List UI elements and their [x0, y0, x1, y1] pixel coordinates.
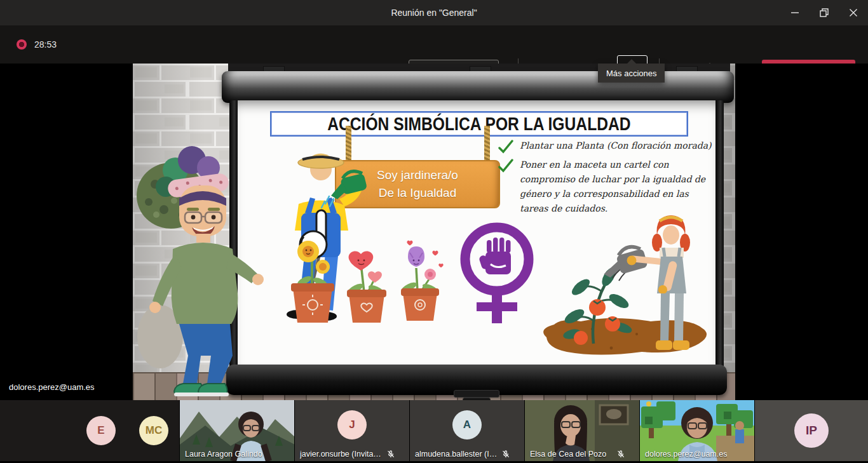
mic-muted-icon: [501, 450, 510, 459]
avatar: MC: [139, 416, 168, 445]
mic-muted-icon: [386, 450, 395, 459]
shared-screen-video[interactable]: ACCIÓN SIMBÓLICA POR LA IGUALDAD Soy jar…: [133, 64, 735, 400]
participant-name: dolores.perez@uam.es: [645, 450, 727, 459]
participant-name: javier.onsurbe (Invitado): [300, 450, 383, 459]
avatar-initials: J: [349, 419, 355, 431]
slide-title: ACCIÓN SIMBÓLICA POR LA IGUALDAD: [327, 114, 630, 135]
meeting-toolbar: 28:53 Solicitar control: [0, 25, 868, 64]
minimize-icon: [788, 6, 802, 20]
close-button[interactable]: [839, 0, 868, 25]
participant-tile-javier[interactable]: J javier.onsurbe (Invitado): [295, 400, 410, 461]
sign-line-2: De la Igualdad: [379, 184, 457, 203]
avatar-initials: MC: [146, 424, 162, 437]
participant-tile-almudena[interactable]: A almudena.ballester (In...: [410, 400, 525, 461]
slide-title-box: ACCIÓN SIMBÓLICA POR LA IGUALDAD: [270, 111, 688, 137]
avatar-initials: A: [463, 419, 471, 431]
participant-tile-ip[interactable]: IP: [755, 400, 868, 461]
teams-meeting-window: Reunión en "General" 28:53 Solicitar con…: [0, 0, 868, 463]
participant-tile-dolores[interactable]: dolores.perez@uam.es: [640, 400, 755, 461]
feminist-symbol: [454, 220, 540, 329]
flower-pots-illustration: [285, 227, 447, 332]
checkmark-icon: [498, 159, 513, 173]
meeting-timer: 28:53: [34, 39, 57, 50]
checkmark-icon: [498, 140, 513, 154]
avatar: IP: [794, 413, 829, 448]
participants-filmstrip: E MC Laura Aragon Galindo: [0, 400, 868, 461]
participant-tile-laura[interactable]: Laura Aragon Galindo: [180, 400, 295, 461]
maximize-button[interactable]: [810, 0, 839, 25]
presenter-label: dolores.perez@uam.es: [9, 382, 95, 392]
avatar: A: [452, 410, 482, 440]
recording-indicator: 28:53: [17, 25, 57, 64]
window-titlebar: Reunión en "General": [0, 0, 868, 25]
avatar-initials: IP: [806, 424, 817, 438]
avatar-initials: E: [97, 424, 104, 437]
meeting-stage: ACCIÓN SIMBÓLICA POR LA IGUALDAD Soy jar…: [0, 64, 868, 400]
presenter-avatar-illustration: [136, 146, 271, 400]
participant-name: almudena.ballester (In...: [415, 450, 498, 459]
sign-line-1: Soy jardinera/o: [377, 166, 458, 185]
minimize-button[interactable]: [780, 0, 810, 25]
participant-tile-elsa[interactable]: Elsa de Cea del Pozo: [525, 400, 640, 461]
participant-name: Elsa de Cea del Pozo: [530, 450, 606, 459]
window-title: Reunión en "General": [391, 8, 477, 18]
bullet-text: Plantar una Planta (Con floración morada…: [520, 138, 712, 154]
mic-muted-icon: [616, 450, 625, 459]
screen-edge: [715, 100, 724, 367]
record-dot-icon: [17, 39, 27, 50]
participant-name: Laura Aragon Galindo: [185, 450, 262, 459]
restore-icon: [817, 6, 831, 20]
sign-rope: [484, 126, 490, 165]
watering-woman-illustration: [535, 207, 714, 366]
close-icon: [846, 6, 860, 20]
avatar: J: [337, 410, 367, 440]
avatar: E: [86, 416, 116, 445]
presentation-slide: ACCIÓN SIMBÓLICA POR LA IGUALDAD Soy jar…: [238, 100, 715, 367]
more-actions-tooltip: Más acciones: [598, 64, 665, 83]
participant-audio-group[interactable]: E MC: [0, 400, 180, 461]
